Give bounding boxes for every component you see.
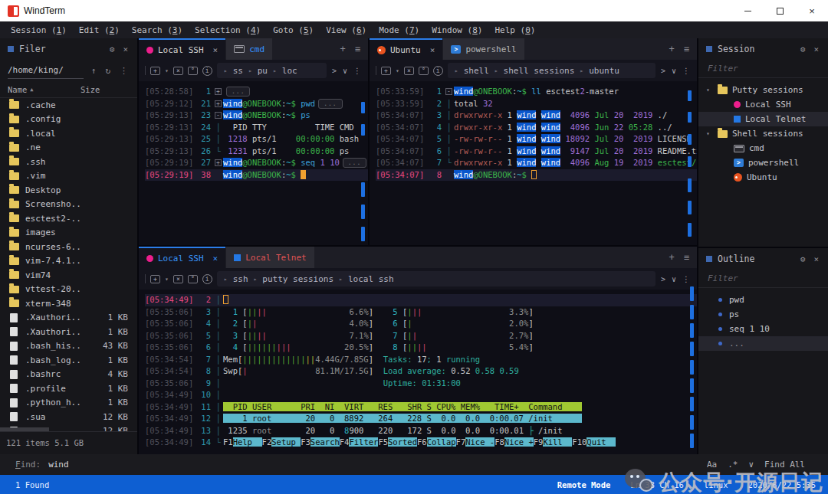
session-item-cmd[interactable]: cmd (698, 141, 828, 155)
chevron-down-icon[interactable]: ▾ (165, 67, 169, 74)
session-item-powershell[interactable]: >powershell (698, 155, 828, 170)
match-case-button[interactable]: Aa (707, 460, 717, 470)
file-row[interactable]: .Xauthori..1 KB (0, 311, 137, 326)
more-icon[interactable]: ⋮ (682, 275, 691, 283)
column-name[interactable]: Name▲ (8, 85, 80, 94)
fold-marker[interactable]: - (444, 86, 454, 98)
session-item-shell-sessions[interactable]: ▾Shell sessions (698, 126, 828, 141)
menu-item-mode[interactable]: Mode (7) (373, 25, 426, 35)
tab-local-telnet[interactable]: Local Telnet (226, 247, 314, 268)
file-row[interactable]: .vim (0, 169, 137, 184)
file-row[interactable]: .python_h..1 KB (0, 396, 137, 411)
more-icon[interactable]: ⋮ (353, 67, 362, 75)
tab-cmd[interactable]: cmd (226, 38, 272, 60)
close-tab-icon[interactable]: × (213, 45, 219, 55)
breadcrumb-segment[interactable]: shell sessions (504, 66, 575, 76)
file-row[interactable]: .profile1 KB (0, 381, 137, 396)
chevron-right-icon[interactable]: > (660, 67, 666, 75)
file-row[interactable]: .Xauthori..1 KB (0, 325, 137, 339)
breadcrumb-segment[interactable]: ssh (233, 274, 248, 284)
outline-item-item[interactable]: ... (698, 336, 828, 351)
dropdown-button[interactable]: ∨ (748, 460, 754, 470)
info-icon[interactable]: i (202, 66, 212, 76)
search-match-marker[interactable] (690, 286, 694, 301)
tab-list-button[interactable]: ≡ (684, 252, 689, 263)
column-size[interactable]: Size (80, 85, 130, 94)
breadcrumb-segment[interactable]: ss (233, 66, 243, 76)
file-row[interactable]: .ne (0, 141, 137, 155)
search-match-marker[interactable] (688, 178, 692, 192)
fold-ellipsis[interactable]: ... (343, 158, 366, 168)
new-tab-button[interactable]: + (669, 252, 675, 263)
file-row[interactable]: xterm-348 (0, 296, 137, 311)
search-match-marker[interactable] (690, 342, 694, 356)
minimize-button[interactable] (731, 0, 764, 21)
search-match-marker[interactable] (690, 397, 694, 411)
file-row[interactable]: .bash_his..43 KB (0, 339, 137, 354)
file-row[interactable]: images (0, 226, 137, 241)
file-row[interactable]: ncurses-6.. (0, 240, 137, 254)
close-panel-icon[interactable]: × (121, 44, 130, 54)
terminal[interactable]: [05:33:59]1-wind@ONEBOOK:~$ ll esctest2-… (370, 81, 697, 245)
clone-session-icon[interactable]: ° (188, 67, 198, 75)
file-row[interactable]: .ssh (0, 155, 137, 169)
menu-item-goto[interactable]: Goto (5) (267, 25, 320, 35)
outline-filter-input[interactable]: Filter (698, 270, 828, 288)
breadcrumb-segment[interactable]: pu (258, 66, 268, 76)
tab-list-button[interactable]: ≡ (355, 44, 360, 54)
outline-item-pwd[interactable]: pwd (698, 293, 828, 307)
menu-item-view[interactable]: View (6) (320, 25, 373, 35)
find-input[interactable]: wind (48, 460, 69, 470)
info-icon[interactable]: i (202, 274, 212, 284)
file-row[interactable]: vim74 (0, 268, 137, 283)
menu-item-help[interactable]: Help (0) (488, 25, 541, 35)
breadcrumb-segment[interactable]: local ssh (348, 274, 394, 284)
tab-local-ssh[interactable]: Local SSH× (139, 38, 225, 60)
close-tab-icon[interactable]: × (213, 254, 219, 263)
gear-icon[interactable]: ⚙ (799, 254, 807, 264)
search-match-marker[interactable] (688, 90, 692, 101)
file-row[interactable]: .bash_log..1 KB (0, 353, 137, 368)
outline-item-ps[interactable]: ps (698, 307, 828, 322)
close-tab-icon[interactable]: × (430, 45, 435, 55)
chevron-down-icon[interactable]: ▾ (706, 130, 713, 137)
search-match-marker[interactable] (690, 378, 694, 393)
file-row[interactable]: .cache (0, 98, 137, 113)
remote-mode-indicator[interactable]: Remote Mode (557, 480, 611, 489)
breadcrumb-segment[interactable]: shell (464, 66, 489, 76)
close-session-icon[interactable]: × (404, 67, 414, 75)
path-input[interactable]: /home/king/ (8, 63, 84, 79)
breadcrumb-segment[interactable]: putty sessions (262, 274, 334, 284)
tab-powershell[interactable]: >powershell (443, 38, 524, 60)
search-match-marker[interactable] (688, 112, 692, 123)
search-match-marker[interactable] (690, 434, 694, 448)
fold-marker[interactable]: + (213, 157, 223, 169)
chevron-down-icon[interactable]: ▾ (706, 87, 713, 93)
new-tab-button[interactable]: + (340, 44, 346, 54)
chevron-down-icon[interactable]: ∨ (342, 67, 348, 75)
chevron-down-icon[interactable]: ▾ (396, 67, 399, 74)
regex-button[interactable]: .* (728, 460, 738, 470)
fold-ellipsis[interactable]: ... (318, 99, 342, 109)
session-item-putty-sessions[interactable]: ▾Putty sessions (698, 83, 828, 97)
fold-marker[interactable]: + (213, 98, 223, 110)
gear-icon[interactable]: ⚙ (108, 44, 117, 54)
session-item-ubuntu[interactable]: Ubuntu (698, 170, 828, 185)
file-row[interactable]: vim-7.4.1.. (0, 254, 137, 269)
close-panel-icon[interactable]: × (812, 44, 820, 54)
search-match-marker[interactable] (361, 205, 365, 219)
chevron-down-icon[interactable]: ▾ (165, 276, 169, 283)
breadcrumb-segment[interactable]: loc (282, 66, 297, 76)
search-match-marker[interactable] (361, 102, 365, 113)
search-match-marker[interactable] (688, 156, 692, 167)
chevron-right-icon[interactable]: > (331, 67, 337, 75)
new-session-icon[interactable]: + (381, 67, 391, 75)
file-list[interactable]: .cache.config.local.ne.ssh.vimDesktopScr… (0, 98, 137, 431)
terminal-type[interactable]: linux (704, 480, 728, 489)
cursor-position[interactable]: Ln 38 Ch 16 (630, 480, 684, 489)
fold-marker[interactable]: + (213, 86, 223, 98)
tab-ubuntu[interactable]: Ubuntu× (370, 38, 442, 60)
file-row[interactable]: .config (0, 113, 137, 127)
fold-ellipsis[interactable]: ... (226, 87, 250, 97)
fold-marker[interactable]: - (213, 110, 223, 122)
